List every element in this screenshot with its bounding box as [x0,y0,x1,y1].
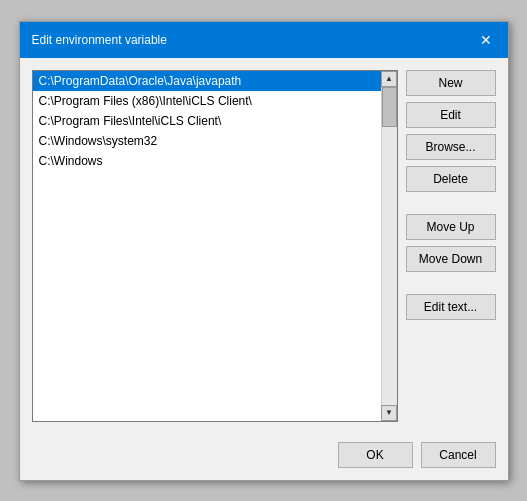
dialog-footer: OK Cancel [20,434,508,480]
move-up-button[interactable]: Move Up [406,214,496,240]
list-with-scrollbar: C:\ProgramData\Oracle\Java\javapathC:\Pr… [33,71,397,421]
list-item[interactable]: C:\Windows [33,151,381,171]
list-item[interactable]: C:\ProgramData\Oracle\Java\javapath [33,71,381,91]
button-spacer-1 [406,198,496,208]
scroll-up-button[interactable]: ▲ [381,71,397,87]
buttons-panel: New Edit Browse... Delete Move Up Move D… [406,70,496,422]
scroll-thumb[interactable] [382,87,397,127]
edit-env-variable-dialog: Edit environment variable ✕ C:\ProgramDa… [19,21,509,481]
edit-text-button[interactable]: Edit text... [406,294,496,320]
scroll-track [382,87,397,405]
env-list-box[interactable]: C:\ProgramData\Oracle\Java\javapathC:\Pr… [33,71,381,421]
env-list-container: C:\ProgramData\Oracle\Java\javapathC:\Pr… [32,70,398,422]
list-item[interactable]: C:\Program Files (x86)\Intel\iCLS Client… [33,91,381,111]
dialog-title: Edit environment variable [32,33,167,47]
close-button[interactable]: ✕ [476,30,496,50]
scrollbar[interactable]: ▲ ▼ [381,71,397,421]
button-spacer-2 [406,278,496,288]
move-down-button[interactable]: Move Down [406,246,496,272]
title-bar: Edit environment variable ✕ [20,22,508,58]
scroll-down-button[interactable]: ▼ [381,405,397,421]
new-button[interactable]: New [406,70,496,96]
cancel-button[interactable]: Cancel [421,442,496,468]
edit-button[interactable]: Edit [406,102,496,128]
browse-button[interactable]: Browse... [406,134,496,160]
list-item[interactable]: C:\Program Files\Intel\iCLS Client\ [33,111,381,131]
list-item[interactable]: C:\Windows\system32 [33,131,381,151]
delete-button[interactable]: Delete [406,166,496,192]
ok-button[interactable]: OK [338,442,413,468]
dialog-body: C:\ProgramData\Oracle\Java\javapathC:\Pr… [20,58,508,434]
